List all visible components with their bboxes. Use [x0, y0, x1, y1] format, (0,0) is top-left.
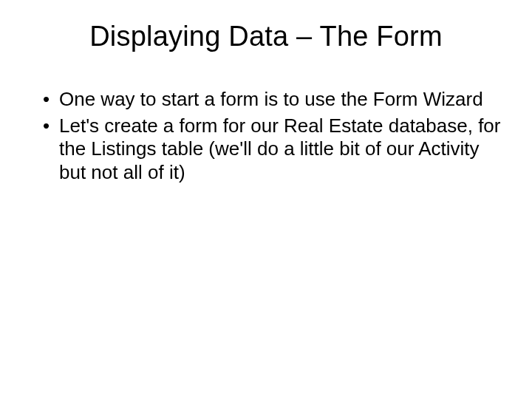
- list-item: One way to start a form is to use the Fo…: [43, 88, 502, 112]
- list-item: Let's create a form for our Real Estate …: [43, 115, 502, 185]
- slide-title: Displaying Data – The Form: [30, 21, 502, 52]
- slide-container: Displaying Data – The Form One way to st…: [0, 0, 532, 399]
- bullet-list: One way to start a form is to use the Fo…: [30, 88, 502, 185]
